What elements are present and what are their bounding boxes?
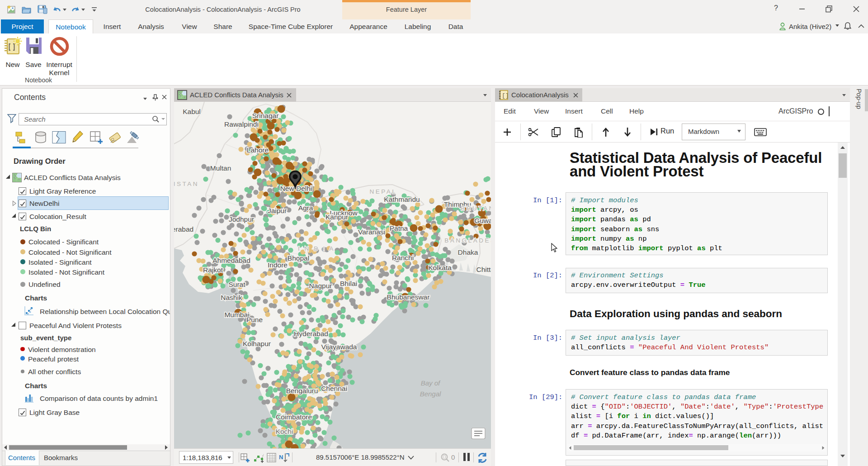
svg-text:Vijayawada: Vijayawada [321,343,357,351]
svg-text:Bay of: Bay of [421,379,441,387]
svg-text:Bengal: Bengal [420,390,441,398]
svg-text:Kabul: Kabul [183,108,201,115]
svg-text:Srinagar: Srinagar [252,112,279,119]
svg-text:ISTAN: ISTAN [174,181,199,187]
svg-text:Jodhpur: Jodhpur [229,215,254,223]
svg-text:Guwaha: Guwaha [474,217,491,224]
svg-text:Bengaluru: Bengaluru [286,387,318,395]
svg-text:Bhopal: Bhopal [288,254,309,262]
svg-text:Indore: Indore [268,261,288,269]
svg-text:Surat: Surat [228,281,245,288]
svg-text:BHUTAN: BHUTAN [461,205,491,212]
svg-text:Kolkata: Kolkata [428,264,452,271]
svg-text:[]: [] [502,92,509,99]
svg-text:Pune: Pune [246,316,263,323]
svg-text:NEPAL: NEPAL [370,188,397,195]
svg-text:Kanpur: Kanpur [326,213,348,221]
svg-text:Jaipur: Jaipur [268,207,287,214]
svg-text:Nagpur: Nagpur [309,282,332,290]
svg-text:Chittag: Chittag [476,266,491,273]
svg-text:Kathmandu: Kathmandu [384,195,420,203]
svg-text:Chennai: Chennai [321,385,347,392]
svg-text:I N D I A: I N D I A [298,245,335,252]
svg-text:Patna: Patna [390,224,408,232]
svg-text:Rajkot: Rajkot [203,266,223,274]
svg-text:Multan: Multan [210,164,231,172]
svg-text:N: N [279,454,283,461]
svg-text:Nashik: Nashik [221,294,242,301]
svg-text:BANGLADESH: BANGLADESH [444,237,491,244]
svg-text:Lahore: Lahore [247,146,269,154]
svg-text:Kochi: Kochi [276,428,293,435]
svg-text:Kolhapur: Kolhapur [243,340,271,347]
svg-text:Ranchi: Ranchi [392,254,414,262]
svg-text:Rawalpindi: Rawalpindi [224,120,259,128]
svg-text:Hyderabad: Hyderabad [294,330,328,338]
svg-text:Bhilai: Bhilai [340,280,357,287]
svg-text:Varanasi: Varanasi [358,228,385,236]
svg-text:Mumbai: Mumbai [224,311,249,319]
svg-text:Coimbatore: Coimbatore [276,413,312,421]
svg-text:Bhubaneswar: Bhubaneswar [387,293,430,301]
svg-text:Dhaka: Dhaka [458,248,478,256]
svg-text:Ahmedabad: Ahmedabad [212,257,250,264]
svg-text:Agra: Agra [298,204,313,212]
svg-text:erabad: erabad [174,225,193,233]
